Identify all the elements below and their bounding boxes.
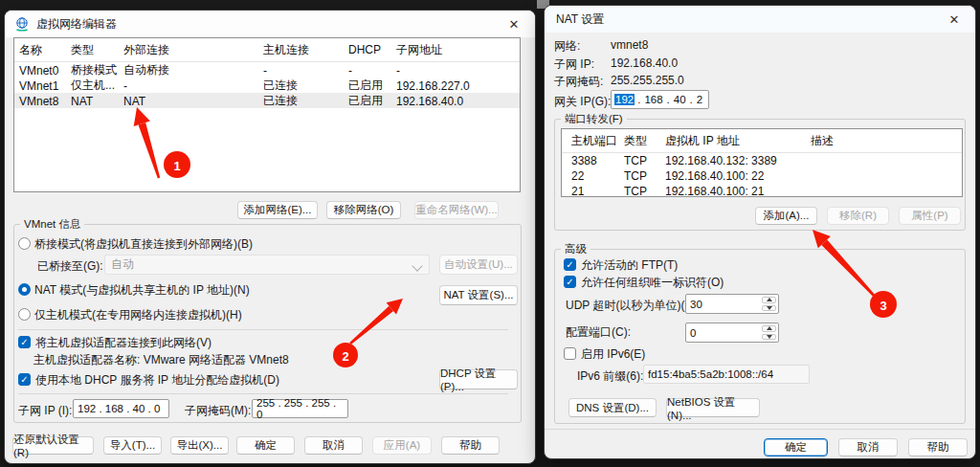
remove-network-button[interactable]: 移除网络(O) [326, 201, 401, 219]
bridged-radio[interactable] [18, 237, 31, 250]
port-list-header[interactable]: 主机端口 类型 虚拟机 IP 地址 描述 [562, 129, 962, 153]
dhcp-settings-button[interactable]: DHCP 设置(P)... [439, 369, 518, 389]
nat-mode-radio[interactable] [18, 283, 31, 296]
advanced-legend: 高级 [561, 242, 590, 256]
nat-settings-button[interactable]: NAT 设置(S)... [439, 285, 518, 305]
remove-port-button[interactable]: 移除(R) [827, 207, 889, 225]
udp-timeout-spinner[interactable] [761, 296, 777, 312]
spin-up-icon[interactable] [762, 297, 776, 303]
table-row-port-22[interactable]: 22 TCP 192.168.40.100: 22 [562, 168, 962, 184]
col-subnet[interactable]: 子网地址 [396, 42, 520, 58]
udp-timeout-input[interactable]: 30 [685, 294, 779, 314]
auto-settings-button[interactable]: 自动设置(U)... [439, 255, 518, 275]
col-dhcp[interactable]: DHCP [348, 43, 396, 56]
cell: NAT [123, 95, 263, 108]
spin-down-icon[interactable] [762, 305, 776, 312]
subnet-mask-input[interactable]: 255 . 255 . 255 . 0 [252, 399, 348, 418]
table-row-port-3388[interactable]: 3388 TCP 192.168.40.132: 3389 [562, 153, 962, 168]
cell: 桥接模式 [71, 62, 123, 78]
check-icon: ✓ [566, 260, 573, 270]
table-row-vmnet0[interactable]: VMnet0 桥接模式 自动桥接 - - - [14, 62, 520, 78]
cell: 192.168.40.100: 21 [665, 185, 811, 197]
help-button[interactable]: 帮助 [908, 438, 968, 456]
ok-button[interactable]: 确定 [236, 436, 295, 455]
udp-timeout-label: UDP 超时(以秒为单位)(U): [566, 298, 700, 314]
help-button[interactable]: 帮助 [441, 436, 500, 455]
export-button[interactable]: 导出(X)... [170, 436, 229, 455]
col-external[interactable]: 外部连接 [123, 42, 263, 58]
vmnet-info-legend: VMnet 信息 [20, 217, 84, 232]
cell: - [123, 79, 263, 93]
bridged-to-dropdown[interactable]: 自动 [104, 255, 430, 275]
table-row-vmnet8[interactable]: VMnet8 NAT NAT 已连接 已启用 192.168.40.0 [14, 93, 520, 108]
restore-defaults-button[interactable]: 还原默认设置(R) [12, 436, 94, 455]
import-button[interactable]: 导入(T)... [103, 436, 162, 455]
spin-down-icon[interactable] [762, 334, 776, 341]
cancel-button[interactable]: 取消 [304, 436, 363, 455]
connect-adapter-checkbox[interactable]: ✓ [18, 336, 31, 348]
editor-titlebar[interactable]: 虚拟网络编辑器 ✕ [5, 11, 535, 37]
add-port-button[interactable]: 添加(A)... [755, 207, 817, 225]
col-hostconn[interactable]: 主机连接 [263, 42, 348, 58]
ipv6-prefix-value: fd15:4ba5:5a2b:1008::/64 [648, 368, 773, 380]
cell: - [263, 64, 348, 78]
cancel-button[interactable]: 取消 [838, 438, 898, 456]
dns-settings-button[interactable]: DNS 设置(D)... [568, 398, 657, 417]
table-row-port-21[interactable]: 21 TCP 192.168.40.100: 21 [562, 184, 962, 197]
host-only-radio[interactable] [18, 308, 31, 321]
subnet-ip-input[interactable]: 192 . 168 . 40 . 0 [73, 399, 169, 418]
nat-titlebar[interactable]: NAT 设置 ✕ [545, 6, 975, 33]
ipv6-prefix-input[interactable]: fd15:4ba5:5a2b:1008::/64 [643, 365, 810, 384]
gateway-octet: 2 [696, 94, 703, 105]
gateway-ip-input[interactable]: 192 . 168 . 40 . 2 [611, 90, 709, 109]
allow-oui-label: 允许任何组织唯一标识符(O) [581, 275, 724, 291]
subnet-mask-label: 子网掩码(M): [185, 403, 251, 419]
allow-oui-checkbox[interactable]: ✓ [564, 276, 576, 288]
gateway-octet: 40 [673, 94, 687, 105]
cell: 192.168.40.100: 22 [665, 169, 811, 183]
subnet-label: 子网 IP: [554, 56, 594, 73]
spin-up-icon[interactable] [762, 325, 776, 332]
subnet-mask-value: 255 . 255 . 255 . 0 [256, 397, 344, 420]
ok-button[interactable]: 确定 [764, 438, 828, 456]
col-vm-ip[interactable]: 虚拟机 IP 地址 [665, 133, 811, 149]
network-value: vmnet8 [611, 38, 648, 52]
table-row-vmnet1[interactable]: VMnet1 仅主机... - 已连接 已启用 192.168.227.0 [14, 78, 520, 93]
col-desc[interactable]: 描述 [811, 133, 962, 149]
divider [545, 429, 975, 430]
cell: 自动桥接 [123, 62, 263, 78]
port-properties-button[interactable]: 属性(P) [899, 207, 961, 225]
close-icon[interactable]: ✕ [939, 8, 969, 31]
cell: - [348, 64, 396, 78]
use-dhcp-checkbox[interactable]: ✓ [18, 373, 31, 386]
mask-label: 子网掩码: [554, 74, 603, 90]
mask-value: 255.255.255.0 [611, 74, 684, 87]
col-type[interactable]: 类型 [624, 133, 665, 149]
chevron-down-icon [412, 260, 422, 271]
cell: NAT [71, 95, 123, 108]
window-title: NAT 设置 [556, 11, 604, 28]
gateway-label: 网关 IP(G): [554, 94, 611, 110]
allow-active-ftp-checkbox[interactable]: ✓ [564, 258, 576, 271]
config-port-spinner[interactable] [761, 324, 777, 341]
rename-network-button[interactable]: 重命名网络(W)... [414, 201, 499, 219]
nat-mode-label: NAT 模式(与虚拟机共享主机的 IP 地址)(N) [34, 282, 250, 299]
col-type[interactable]: 类型 [71, 42, 123, 58]
cell: VMnet0 [19, 64, 71, 78]
dot: . [687, 94, 696, 105]
cell: 192.168.40.0 [396, 95, 520, 108]
connect-adapter-label: 将主机虚拟适配器连接到此网络(V) [35, 335, 212, 351]
cell: 3388 [571, 154, 624, 167]
add-network-button[interactable]: 添加网络(E)... [237, 201, 318, 219]
network-label: 网络: [554, 38, 580, 55]
close-icon[interactable]: ✕ [499, 12, 529, 35]
config-port-input[interactable]: 0 [685, 322, 779, 343]
network-list-header[interactable]: 名称 类型 外部连接 主机连接 DHCP 子网地址 [14, 38, 520, 62]
apply-button[interactable]: 应用(A) [372, 436, 432, 455]
col-name[interactable]: 名称 [19, 42, 71, 58]
enable-ipv6-checkbox[interactable] [564, 347, 576, 360]
col-host-port[interactable]: 主机端口 [571, 133, 624, 149]
cell: TCP [624, 169, 665, 183]
cell: 已启用 [348, 93, 396, 109]
netbios-settings-button[interactable]: NetBIOS 设置(N)... [666, 398, 760, 417]
